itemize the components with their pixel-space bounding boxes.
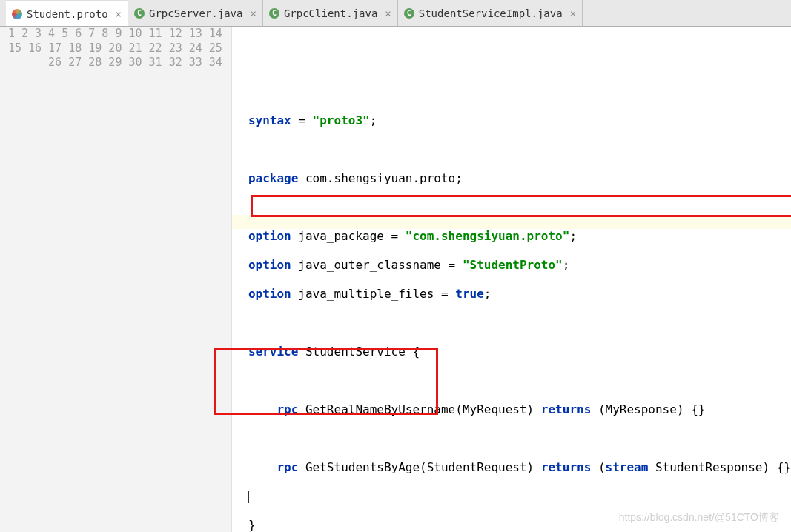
tab-label: StudentServiceImpl.java <box>419 7 563 19</box>
line-number-gutter: 1 2 3 4 5 6 7 8 9 10 11 12 13 14 15 16 1… <box>0 27 232 532</box>
close-icon[interactable]: × <box>385 7 391 19</box>
code-content: syntax = "proto3"; package com.shengsiyu… <box>248 99 791 533</box>
tab-student-proto[interactable]: Student.proto × <box>6 0 128 26</box>
class-icon: C <box>269 8 279 19</box>
class-icon: C <box>134 8 145 19</box>
close-icon[interactable]: × <box>570 7 576 19</box>
close-icon[interactable]: × <box>250 7 256 19</box>
tab-label: Student.proto <box>27 8 108 20</box>
tab-label: GrpcServer.java <box>149 7 242 19</box>
tab-label: GrpcClient.java <box>284 7 377 19</box>
tab-grpc-client[interactable]: C GrpcClient.java × <box>263 0 398 26</box>
proto-icon <box>12 9 22 19</box>
tab-bar: Student.proto × C GrpcServer.java × C Gr… <box>0 0 791 27</box>
caret <box>248 491 249 503</box>
watermark-text: https://blog.csdn.net/@51CTO博客 <box>619 511 779 525</box>
class-icon: C <box>404 8 414 19</box>
code-editor[interactable]: 1 2 3 4 5 6 7 8 9 10 11 12 13 14 15 16 1… <box>0 27 791 532</box>
tab-student-service-impl[interactable]: C StudentServiceImpl.java × <box>398 0 583 26</box>
tab-grpc-server[interactable]: C GrpcServer.java × <box>128 0 263 26</box>
code-area[interactable]: syntax = "proto3"; package com.shengsiyu… <box>232 27 791 532</box>
close-icon[interactable]: × <box>116 8 122 20</box>
